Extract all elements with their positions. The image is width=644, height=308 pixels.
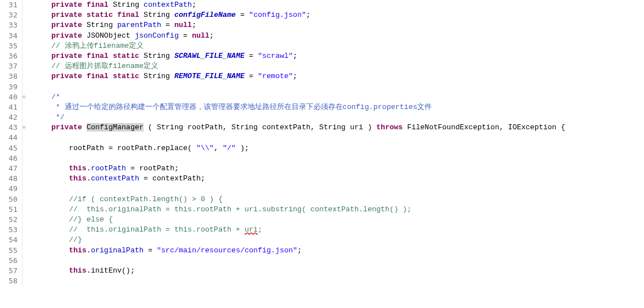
code-line[interactable]: // this.originalPath = this.rootPath + u… [34,205,644,215]
code-line[interactable]: // 远程图片抓取filename定义 [34,61,644,71]
code-line[interactable]: rootPath = rootPath.replace( "\\", "/" )… [34,143,644,153]
line-number: 46 [5,153,17,164]
line-number: 52 [5,215,17,225]
line-number: 49 [5,184,17,194]
line-number: 32 [5,10,17,20]
line-number: 34 [5,31,17,41]
line-number: 44 [5,133,17,143]
line-number: 58 [5,276,17,286]
line-number: 51 [5,205,17,215]
code-line[interactable]: * 通过一个给定的路径构建一个配置管理器，该管理器要求地址路径所在目录下必须存在… [34,102,644,112]
code-area[interactable]: private final String contextPath; privat… [30,0,644,286]
line-number: 40 [5,92,17,102]
code-line[interactable]: private final String contextPath; [34,0,644,10]
code-line[interactable]: //} [34,235,644,245]
line-number: 55 [5,246,17,256]
code-line[interactable]: /* [34,92,644,102]
line-number: 56 [5,256,17,266]
line-number: 54 [5,235,17,245]
code-line[interactable]: */ [34,112,644,123]
code-line[interactable]: private ConfigManager ( String rootPath,… [34,123,644,133]
line-number: 41 [5,102,17,112]
line-number: 37 [5,61,17,71]
fold-marker-column: ⊖⊖ [23,0,30,286]
line-number: 35 [5,41,17,51]
code-line[interactable] [34,184,644,194]
code-line[interactable]: this.originalPath = "src/main/resources/… [34,246,644,256]
code-line[interactable]: this.initEnv(); [34,266,644,276]
code-line[interactable]: // this.originalPath = this.rootPath + u… [34,225,644,235]
code-line[interactable]: private JSONObject jsonConfig = null; [34,31,644,41]
code-line[interactable]: private static final String configFileNa… [34,10,644,20]
code-line[interactable]: this.contextPath = contextPath; [34,174,644,184]
code-line[interactable]: this.rootPath = rootPath; [34,164,644,174]
line-number: 45 [5,143,17,153]
line-number: 57 [5,266,17,276]
line-number-gutter: 3132333435363738394041424344454647484950… [0,0,23,286]
line-number: 31 [5,0,17,10]
code-line[interactable]: private String parentPath = null; [34,20,644,30]
line-number: 47 [5,164,17,174]
line-number: 50 [5,194,17,205]
line-number: 33 [5,20,17,30]
line-number: 53 [5,225,17,235]
code-line[interactable]: //} else { [34,215,644,225]
code-line[interactable]: private final static String SCRAWL_FILE_… [34,51,644,61]
line-number: 36 [5,51,17,61]
code-line[interactable] [34,153,644,164]
code-line[interactable] [34,276,644,286]
fold-marker[interactable]: ⊖ [23,92,30,102]
line-number: 42 [5,112,17,123]
line-number: 48 [5,174,17,184]
code-line[interactable] [34,133,644,143]
code-line[interactable]: private final static String REMOTE_FILE_… [34,71,644,81]
line-number: 39 [5,82,17,92]
code-line[interactable] [34,82,644,92]
line-number: 38 [5,71,17,81]
code-line[interactable]: // 涂鸦上传filename定义 [34,41,644,51]
code-line[interactable]: //if ( contextPath.length() > 0 ) { [34,194,644,205]
fold-marker[interactable]: ⊖ [23,123,30,133]
line-number: 43 [5,123,17,133]
code-line[interactable] [34,256,644,266]
